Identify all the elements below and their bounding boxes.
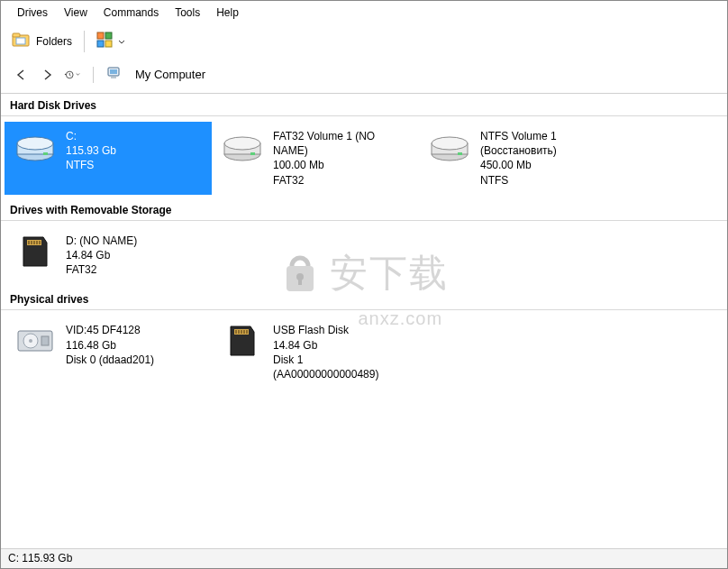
location-label: My Computer [135,68,205,81]
svg-rect-6 [105,41,112,47]
svg-rect-24 [28,241,30,244]
svg-rect-18 [250,152,255,155]
drive-label: USB Flash Disk [273,323,410,337]
section-physical-header: Physical drives [1,288,727,310]
back-button[interactable] [14,67,30,83]
svg-rect-26 [33,241,35,244]
menu-tools[interactable]: Tools [168,5,207,21]
menu-commands[interactable]: Commands [96,5,166,21]
svg-rect-3 [97,32,104,39]
section-hard-disk-header: Hard Disk Drives [1,94,727,116]
sd-card-icon [14,234,57,270]
svg-rect-2 [16,38,25,44]
view-mode-button[interactable] [92,29,130,53]
drive-size: 450.00 Mb [480,158,617,172]
forward-button[interactable] [39,67,55,83]
menu-bar: Drives View Commands Tools Help [1,1,727,24]
menu-view[interactable]: View [57,5,95,21]
status-bar: C: 115.93 Gb [1,548,727,568]
drive-label: FAT32 Volume 1 (NO NAME) [273,129,410,158]
svg-rect-37 [243,330,245,334]
physical-grid: VID:45 DF4128 116.48 Gb Disk 0 (ddaad201… [1,310,727,392]
physical-disk-0[interactable]: VID:45 DF4128 116.48 Gb Disk 0 (ddaad201… [5,316,212,389]
drive-id: Disk 1 (AA00000000000489) [273,353,410,381]
svg-rect-9 [110,69,117,74]
svg-rect-25 [31,241,32,244]
content-area: Hard Disk Drives C: 115.93 Gb NTFS [1,94,727,535]
svg-point-21 [432,137,468,150]
svg-rect-5 [97,41,104,47]
svg-point-13 [17,137,53,150]
separator [93,67,94,83]
history-button[interactable] [64,67,80,83]
disk-icon [14,323,57,359]
folders-label: Folders [36,35,72,48]
drive-c[interactable]: C: 115.93 Gb NTFS [5,122,212,195]
hard-disk-grid: C: 115.93 Gb NTFS FAT32 Volume 1 (NO NAM… [1,116,727,198]
hdd-icon [14,129,57,165]
drive-fs: FAT32 [273,173,410,188]
status-text: C: 115.93 Gb [8,552,72,564]
drive-fat32-vol1[interactable]: FAT32 Volume 1 (NO NAME) 100.00 Mb FAT32 [212,122,419,195]
drive-size: 14.84 Gb [273,338,410,353]
drive-id: Disk 0 (ddaad201) [66,353,154,367]
svg-rect-14 [43,152,48,155]
hdd-icon [428,129,471,165]
separator [84,31,85,52]
sd-card-icon [221,323,264,359]
svg-rect-36 [241,330,242,334]
toolbar: Folders [1,24,727,58]
menu-help[interactable]: Help [209,5,246,21]
drive-label: NTFS Volume 1 (Восстановить) [480,129,617,158]
drive-size: 115.93 Gb [66,143,116,158]
drive-d[interactable]: D: (NO NAME) 14.84 Gb FAT32 [5,226,212,285]
svg-rect-4 [105,32,112,39]
drive-size: 14.84 Gb [66,248,137,262]
svg-rect-34 [235,330,237,334]
svg-rect-38 [246,330,248,334]
physical-disk-1[interactable]: USB Flash Disk 14.84 Gb Disk 1 (AA000000… [212,316,419,389]
svg-point-17 [224,137,260,150]
dropdown-arrow-icon [118,35,125,48]
drive-fs: NTFS [66,158,116,172]
hdd-icon [221,129,264,165]
drive-fs: FAT32 [66,262,137,277]
drive-ntfs-vol1[interactable]: NTFS Volume 1 (Восстановить) 450.00 Mb N… [419,122,626,195]
svg-rect-22 [458,152,462,155]
drive-label: VID:45 DF4128 [66,323,154,337]
svg-rect-1 [13,33,20,37]
computer-icon [106,65,123,84]
drive-label: D: (NO NAME) [66,234,137,248]
drive-size: 116.48 Gb [66,338,154,353]
removable-grid: D: (NO NAME) 14.84 Gb FAT32 [1,221,727,289]
folders-button[interactable]: Folders [6,27,77,55]
svg-rect-27 [36,241,38,244]
grid-icon [96,32,114,50]
drive-size: 100.00 Mb [273,158,410,172]
folder-icon [11,30,32,52]
menu-drives[interactable]: Drives [10,5,55,21]
nav-bar: My Computer [1,58,727,94]
svg-rect-28 [39,241,41,244]
svg-rect-35 [238,330,240,334]
svg-point-31 [29,339,32,343]
svg-rect-10 [111,77,116,78]
drive-label: C: [66,129,116,143]
drive-fs: NTFS [480,173,617,188]
section-removable-header: Drives with Removable Storage [1,198,727,221]
svg-rect-32 [41,336,49,345]
